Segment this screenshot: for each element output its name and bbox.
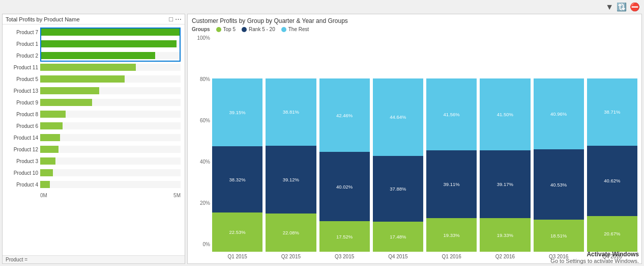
bar-fill — [40, 29, 181, 36]
bar-fill — [40, 157, 55, 165]
chart-column: 38.81%39.12%22.08%Q2 2015 — [266, 78, 316, 259]
y-axis-label: 0% — [203, 242, 210, 247]
bar-fill — [40, 169, 53, 176]
segment-rest: 41.56% — [426, 78, 477, 150]
legend-item-label: The Rest — [288, 26, 309, 32]
bar-fill — [40, 64, 136, 71]
list-item[interactable]: Product 12 — [7, 144, 181, 155]
list-item[interactable]: Product 3 — [7, 155, 181, 167]
bar-label: Product 9 — [7, 100, 38, 105]
segment-rank: 39.17% — [480, 150, 530, 218]
list-item[interactable]: Product 9 — [7, 97, 181, 108]
bar-label: Product 8 — [7, 112, 38, 117]
list-item[interactable]: Product 10 — [7, 167, 181, 178]
legend-item: Rank 5 - 20 — [242, 26, 275, 32]
y-axis-label: 60% — [200, 118, 210, 123]
bar-track — [40, 64, 181, 71]
stacked-bar: 38.81%39.12%22.08% — [266, 78, 316, 252]
filter-icon[interactable]: ▼ — [605, 3, 613, 12]
legend-item: The Rest — [281, 26, 309, 32]
more-icon[interactable]: ⋯ — [175, 15, 182, 23]
y-axis: 100%80%60%40%20%0% — [192, 35, 212, 259]
bar-track — [40, 122, 181, 129]
column-label: Q4 2015 — [388, 254, 407, 259]
segment-rank: 39.11% — [426, 150, 477, 218]
list-item[interactable]: Product 14 — [7, 132, 181, 143]
bar-track — [40, 134, 181, 141]
y-axis-label: 80% — [200, 76, 210, 82]
bar-label: Product 7 — [7, 30, 38, 35]
bar-fill — [40, 75, 125, 83]
bar-label: Product 3 — [7, 158, 38, 164]
y-axis-label: 40% — [200, 159, 210, 165]
list-item[interactable]: Product 7 — [7, 26, 181, 38]
segment-rest: 42.46% — [319, 78, 370, 152]
legend-dot — [242, 27, 247, 32]
bar-track — [40, 87, 181, 94]
list-item[interactable]: Product 8 — [7, 109, 181, 120]
list-item[interactable]: Product 2 — [7, 50, 181, 61]
column-label: Q2 2016 — [495, 254, 515, 259]
stacked-bar: 44.64%37.88%17.48% — [373, 78, 423, 252]
stacked-bar: 39.15%38.32%22.53% — [212, 78, 262, 252]
stacked-bar: 41.50%39.17%19.33% — [480, 78, 530, 252]
maximize-icon[interactable]: □ — [169, 15, 173, 23]
segment-rank: 39.12% — [266, 146, 316, 214]
bar-track — [40, 75, 181, 83]
legend-row: Groups Top 5Rank 5 - 20The Rest — [192, 26, 637, 32]
chart-column: 41.50%39.17%19.33%Q2 2016 — [480, 78, 530, 259]
chart-column: 44.64%37.88%17.48%Q4 2015 — [373, 78, 423, 259]
bar-track — [40, 157, 181, 165]
bar-track — [40, 111, 181, 118]
left-panel-title: Total Profits by Product Name — [6, 16, 80, 22]
column-label: Q3 2015 — [335, 254, 354, 259]
segment-top5: 19.33% — [480, 218, 530, 252]
bar-fill — [40, 146, 58, 153]
bar-label: Product 12 — [7, 147, 38, 152]
left-panel-header: Total Profits by Product Name □ ⋯ — [3, 14, 185, 24]
segment-top5: 22.08% — [266, 214, 316, 252]
segment-rest: 38.71% — [587, 78, 637, 146]
bar-fill — [40, 122, 63, 129]
segment-top5: 19.33% — [426, 218, 477, 252]
legend-dot — [281, 27, 286, 32]
legend-item-label: Rank 5 - 20 — [249, 26, 275, 32]
list-item[interactable]: Product 1 — [7, 38, 181, 49]
segment-rank: 38.32% — [212, 146, 262, 212]
bar-fill — [40, 52, 155, 59]
segment-rest: 38.81% — [266, 78, 316, 146]
bar-label: Product 2 — [7, 53, 38, 59]
refresh-icon[interactable]: 🔃 — [617, 2, 627, 12]
bar-label: Product 10 — [7, 170, 38, 176]
bar-track — [40, 169, 181, 176]
list-item[interactable]: Product 4 — [7, 179, 181, 190]
legend-item-label: Top 5 — [223, 26, 236, 32]
list-item[interactable]: Product 11 — [7, 62, 181, 73]
segment-rank: 40.62% — [587, 146, 637, 216]
bar-label: Product 11 — [7, 65, 38, 70]
bar-label: Product 1 — [7, 41, 38, 47]
bar-chart-area: Product 7Product 1Product 2Product 11Pro… — [3, 24, 185, 255]
column-label: Q3 2016 — [549, 254, 568, 259]
segment-top5: 22.53% — [212, 212, 262, 252]
chart-column: 38.71%40.62%20.67%Q4 2016 — [587, 78, 637, 259]
segment-top5: 17.52% — [319, 221, 370, 252]
right-panel: Customer Profits by Group by Quarter & Y… — [187, 14, 642, 264]
right-panel-title: Customer Profits by Group by Quarter & Y… — [192, 17, 637, 24]
list-item[interactable]: Product 13 — [7, 85, 181, 96]
stacked-chart-inner: 100%80%60%40%20%0% 39.15%38.32%22.53%Q1 … — [192, 35, 637, 259]
cancel-icon[interactable]: ⛔ — [630, 2, 640, 12]
segment-rank: 40.53% — [534, 149, 584, 220]
left-panel: Total Profits by Product Name □ ⋯ Produc… — [2, 14, 185, 264]
bar-track — [40, 181, 181, 188]
bar-track — [40, 40, 181, 47]
filter-indicator: Product = — [3, 255, 185, 263]
bar-label: Product 4 — [7, 182, 38, 188]
segment-top5: 17.48% — [373, 222, 423, 252]
left-panel-icons: □ ⋯ — [169, 15, 182, 23]
bar-fill — [40, 181, 50, 188]
bar-track — [40, 146, 181, 153]
list-item[interactable]: Product 5 — [7, 73, 181, 85]
list-item[interactable]: Product 6 — [7, 120, 181, 131]
bar-fill — [40, 134, 60, 141]
